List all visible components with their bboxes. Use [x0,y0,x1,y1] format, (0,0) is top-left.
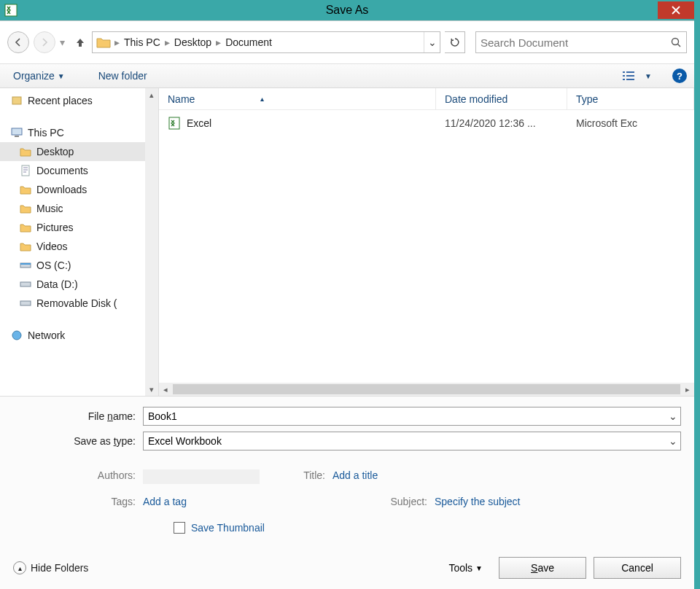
tree-label: Desktop [36,146,74,157]
tree-label: This PC [28,127,64,139]
tree-documents[interactable]: Documents [0,161,145,180]
type-value: Excel Workbook [148,435,222,447]
tree-label: Music [36,203,63,214]
tree-pane: Recent places This PC Desktop Documents [0,88,159,396]
drive-icon [19,297,32,310]
scroll-thumb[interactable] [173,384,680,394]
title-label: Title: [260,469,332,484]
type-field[interactable]: Excel Workbook ⌄ [143,432,681,450]
tree-downloads[interactable]: Downloads [0,180,145,199]
tree-scrollbar[interactable]: ▴ ▾ [145,88,158,396]
scroll-left-icon[interactable]: ◂ [159,385,172,394]
horizontal-scrollbar[interactable]: ◂ ▸ [159,383,694,396]
view-dropdown-icon[interactable]: ▼ [639,66,658,85]
navigation-row: ▾ ▸ This PC ▸ Desktop ▸ Document ⌄ [0,21,694,63]
breadcrumb-desktop[interactable]: Desktop [170,32,216,52]
toolbar: Organize ▼ New folder ▼ ? [0,63,694,88]
header-date[interactable]: Date modified [436,88,567,109]
file-row[interactable]: Excel 11/24/2020 12:36 ... Microsoft Exc [159,113,694,133]
view-options-button[interactable] [620,66,639,85]
svg-rect-13 [20,263,31,265]
file-date: 11/24/2020 12:36 ... [436,117,567,129]
search-input[interactable] [481,36,670,49]
tree-recent-places[interactable]: Recent places [0,91,145,110]
breadcrumb-separator-icon: ▸ [165,36,170,48]
address-dropdown-icon[interactable]: ⌄ [424,32,440,52]
cancel-button[interactable]: Cancel [594,557,681,579]
title-field[interactable]: Add a title [332,469,551,484]
folder-icon [96,34,112,50]
type-dropdown-icon[interactable]: ⌄ [669,435,677,447]
breadcrumb-this-pc[interactable]: This PC [120,32,165,52]
tree-music[interactable]: Music [0,199,145,218]
tools-button[interactable]: Tools ▼ [448,562,483,574]
excel-file-icon [168,117,181,130]
svg-rect-8 [12,97,21,104]
scroll-down-icon[interactable]: ▾ [145,383,158,396]
folder-icon [19,145,32,158]
svg-rect-6 [623,79,625,80]
tree-desktop[interactable]: Desktop [0,142,145,161]
drive-icon [19,259,32,272]
filename-dropdown-icon[interactable]: ⌄ [669,410,677,422]
svg-rect-14 [20,282,31,286]
sort-indicator-icon: ▴ [260,95,264,103]
forward-button[interactable] [34,31,55,53]
tree-label: Data (D:) [36,278,78,290]
drive-icon [19,278,32,291]
svg-rect-5 [626,75,634,77]
scroll-up-icon[interactable]: ▴ [145,88,158,101]
back-button[interactable] [7,31,29,53]
list-headers: Name▴ Date modified Type [159,88,694,110]
tree-videos[interactable]: Videos [0,237,145,256]
tree-label: Documents [36,165,88,176]
thumbnail-label[interactable]: Save Thumbnail [191,522,265,534]
help-button[interactable]: ? [672,69,687,83]
save-button[interactable]: Save [499,557,586,579]
tree-data-d[interactable]: Data (D:) [0,275,145,294]
filename-label: File name: [13,410,143,422]
refresh-button[interactable] [445,31,465,53]
scroll-right-icon[interactable]: ▸ [681,385,694,394]
svg-point-1 [672,39,679,45]
breadcrumb-separator-icon: ▸ [114,36,120,48]
recent-icon [10,94,23,107]
bottom-panel: File name: ⌄ Save as type: Excel Workboo… [0,396,694,589]
tree-os-c[interactable]: OS (C:) [0,256,145,275]
tree-pictures[interactable]: Pictures [0,218,145,237]
header-name[interactable]: Name▴ [159,88,436,109]
tree-network[interactable]: Network [0,326,145,345]
tree-removable[interactable]: Removable Disk ( [0,294,145,313]
subject-field[interactable]: Specify the subject [435,496,653,507]
tags-label: Tags: [13,496,143,507]
tree-label: Downloads [36,184,87,195]
svg-point-16 [12,331,21,340]
authors-field[interactable] [143,469,260,484]
window-title: Save As [0,4,694,17]
organize-button[interactable]: Organize ▼ [7,67,71,85]
thumbnail-checkbox[interactable] [174,522,185,534]
filename-input[interactable] [148,410,676,422]
search-icon [670,36,682,48]
chevron-up-icon: ▴ [13,561,26,574]
tree-label: Network [28,329,65,341]
address-bar[interactable]: ▸ This PC ▸ Desktop ▸ Document ⌄ [92,31,440,53]
tree-label: OS (C:) [36,260,71,271]
hide-folders-button[interactable]: ▴ Hide Folders [13,561,88,574]
subject-label: Subject: [362,496,435,507]
filename-field[interactable]: ⌄ [143,407,681,426]
titlebar: Save As [0,0,694,20]
up-button[interactable] [73,35,88,50]
header-type[interactable]: Type [567,88,694,109]
search-box[interactable] [475,31,687,53]
tags-field[interactable]: Add a tag [143,496,362,507]
network-icon [10,329,23,342]
folder-icon [19,240,32,253]
recent-dropdown-icon[interactable]: ▾ [60,36,69,48]
file-name: Excel [187,117,211,129]
tree-label: Recent places [28,95,93,106]
tree-this-pc[interactable]: This PC [0,123,145,142]
breadcrumb-document[interactable]: Document [221,32,276,52]
authors-label: Authors: [13,469,143,484]
new-folder-button[interactable]: New folder [93,67,153,85]
